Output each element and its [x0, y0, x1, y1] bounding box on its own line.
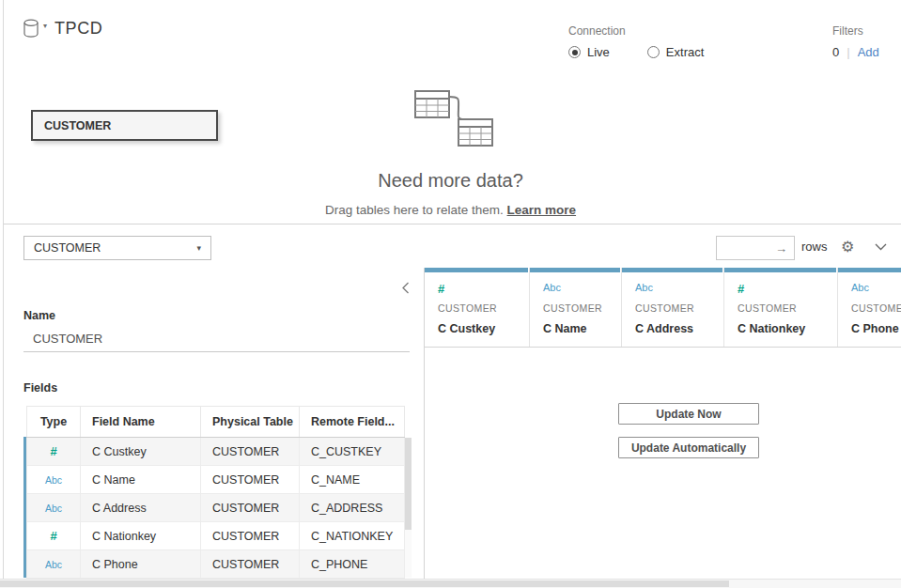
remote-field-cell: C_ADDRESS	[300, 494, 405, 522]
scrollbar-thumb[interactable]	[0, 580, 729, 587]
column-field-label: C Nationkey	[738, 322, 837, 335]
column-table-label: CUSTOMER	[851, 302, 901, 314]
remote-field-cell: C_CUSTKEY	[300, 438, 405, 466]
update-now-button[interactable]: Update Now	[618, 403, 759, 425]
data-grid-header: # CUSTOMER C Custkey Abc CUSTOMER C Name…	[425, 268, 901, 348]
connection-label: Connection	[568, 24, 704, 38]
remote-field-cell: C_NAME	[300, 466, 405, 494]
filters-add-link[interactable]: Add	[858, 45, 879, 59]
divider: |	[847, 45, 849, 59]
lower-panes: Name Fields TypeField NamePhysical Table…	[0, 268, 901, 579]
physical-table-cell: CUSTOMER	[201, 466, 300, 494]
rows-label: rows	[801, 225, 827, 268]
name-label: Name	[23, 309, 55, 322]
fields-table-body: # C Custkey CUSTOMER C_CUSTKEY Abc C Nam…	[27, 438, 405, 579]
related-tables-illustration	[400, 86, 505, 162]
field-type-icon: #	[50, 444, 56, 458]
field-row[interactable]: # C Nationkey CUSTOMER C_NATIONKEY	[27, 522, 405, 550]
relationship-canvas: ▾ TPCD Connection Live Extract Filters 0…	[0, 0, 901, 224]
field-name-cell: C Custkey	[81, 438, 201, 466]
physical-table-cell: CUSTOMER	[201, 550, 300, 579]
connection-live-radio[interactable]: Live	[568, 45, 610, 59]
learn-more-link[interactable]: Learn more	[507, 203, 577, 217]
field-row[interactable]: Abc C Name CUSTOMER C_NAME	[27, 466, 405, 494]
rows-count-input[interactable]	[717, 237, 771, 259]
column-table-label: CUSTOMER	[543, 302, 621, 314]
field-row[interactable]: # C Custkey CUSTOMER C_CUSTKEY	[27, 438, 405, 466]
canvas-table-customer[interactable]: CUSTOMER	[31, 110, 218, 141]
table-select-value: CUSTOMER	[34, 241, 101, 255]
datasource-title[interactable]: TPCD	[54, 19, 102, 39]
left-pane-collapsed-edge	[0, 0, 4, 579]
database-icon	[23, 19, 39, 39]
table-name-field[interactable]	[23, 326, 410, 352]
data-preview-pane: # CUSTOMER C Custkey Abc CUSTOMER C Name…	[425, 268, 901, 579]
column-type-icon: Abc	[635, 282, 723, 296]
radio-selected-icon	[568, 46, 581, 58]
field-name-cell: C Nationkey	[81, 522, 201, 550]
datasource-menu[interactable]: ▾	[23, 19, 47, 39]
drag-hint-text: Drag tables here to relate them.	[325, 203, 507, 217]
radio-unselected-icon	[647, 46, 660, 58]
column-field-label: C Address	[635, 322, 723, 335]
field-name-cell: C Address	[81, 494, 201, 522]
data-grid-column-header[interactable]: # CUSTOMER C Custkey	[425, 268, 530, 347]
remote-field-cell: C_PHONE	[300, 550, 405, 579]
field-type-icon: #	[50, 529, 56, 543]
live-radio-label: Live	[587, 45, 610, 59]
fields-selection-bar	[23, 437, 26, 578]
extract-radio-label: Extract	[666, 45, 704, 59]
table-name-input[interactable]	[23, 332, 410, 346]
preview-toolbar: CUSTOMER ▾ → rows ⚙	[0, 225, 901, 268]
filters-group: Filters 0 | Add	[832, 24, 879, 59]
column-field-label: C Custkey	[438, 322, 529, 335]
physical-table-cell: CUSTOMER	[201, 494, 300, 522]
data-grid-column-header[interactable]: # CUSTOMER C Nationkey	[724, 268, 838, 347]
fields-table-header-row: TypeField NamePhysical TableRemote Field…	[27, 407, 405, 438]
connection-group: Connection Live Extract	[568, 24, 704, 59]
data-grid-column-header[interactable]: Abc CUSTOMER C Name	[530, 268, 622, 347]
column-type-icon: Abc	[851, 282, 901, 296]
data-grid-column-header[interactable]: Abc CUSTOMER C Address	[622, 268, 724, 347]
fields-table: TypeField NamePhysical TableRemote Field…	[26, 406, 404, 579]
fields-vertical-scrollbar[interactable]	[405, 438, 412, 578]
table-select-dropdown[interactable]: CUSTOMER ▾	[23, 236, 211, 260]
field-name-cell: C Name	[81, 466, 201, 494]
physical-table-cell: CUSTOMER	[201, 522, 300, 550]
field-name-cell: C Phone	[81, 550, 201, 579]
connection-extract-radio[interactable]: Extract	[647, 45, 704, 59]
fields-column-header[interactable]: Remote Field...	[300, 407, 405, 438]
field-type-icon: Abc	[45, 559, 62, 570]
field-type-icon: Abc	[45, 474, 62, 486]
column-table-label: CUSTOMER	[635, 302, 723, 314]
filters-count: 0	[832, 45, 839, 59]
empty-state-title: Need more data?	[0, 170, 901, 192]
gear-icon[interactable]: ⚙	[841, 225, 854, 268]
go-arrow-icon[interactable]: →	[775, 241, 794, 255]
chevron-down-icon: ▾	[196, 243, 201, 253]
column-type-icon: Abc	[543, 282, 621, 296]
scrollbar-thumb[interactable]	[405, 438, 412, 530]
data-grid-column-header[interactable]: Abc CUSTOMER C Phone	[838, 268, 901, 347]
update-automatically-button[interactable]: Update Automatically	[618, 437, 759, 458]
table-details-pane: Name Fields TypeField NamePhysical Table…	[0, 268, 424, 579]
column-table-label: CUSTOMER	[438, 302, 529, 314]
horizontal-scrollbar[interactable]	[0, 579, 901, 588]
filters-label: Filters	[832, 24, 879, 38]
field-row[interactable]: Abc C Address CUSTOMER C_ADDRESS	[27, 494, 405, 522]
column-field-label: C Name	[543, 322, 621, 335]
field-row[interactable]: Abc C Phone CUSTOMER C_PHONE	[27, 550, 405, 579]
fields-column-header[interactable]: Physical Table	[201, 407, 300, 438]
collapse-grid-chevron-icon[interactable]	[875, 225, 887, 268]
rows-count-field[interactable]: →	[716, 236, 795, 260]
empty-state-hint: Drag tables here to relate them. Learn m…	[0, 203, 901, 217]
fields-column-header[interactable]: Type	[27, 407, 81, 438]
collapse-pane-chevron-icon[interactable]	[402, 282, 410, 294]
fields-column-header[interactable]: Field Name	[81, 407, 201, 438]
remote-field-cell: C_NATIONKEY	[300, 522, 405, 550]
chevron-down-icon: ▾	[43, 22, 47, 30]
fields-label: Fields	[23, 381, 57, 395]
physical-table-cell: CUSTOMER	[201, 438, 300, 466]
column-type-icon: #	[738, 282, 837, 296]
field-type-icon: Abc	[45, 503, 62, 514]
